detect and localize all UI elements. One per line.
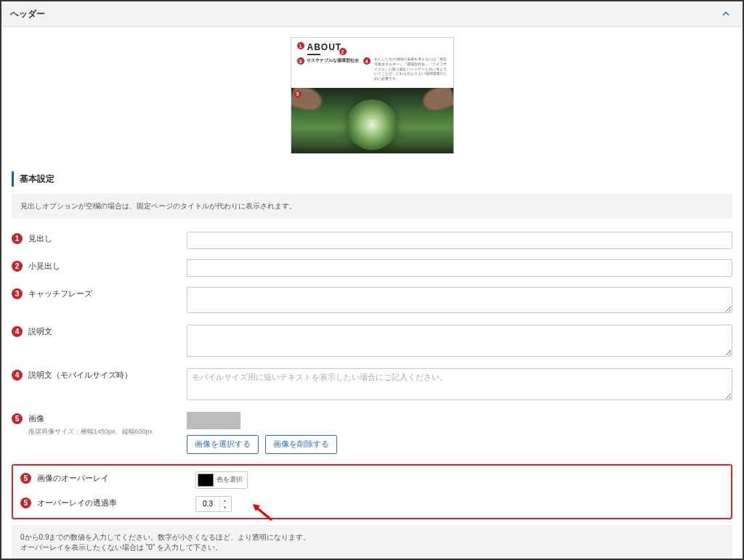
desc-mobile-label: 説明文（モバイルサイズ時） bbox=[28, 368, 181, 381]
overlay-opacity-stepper[interactable]: ▲ ▼ bbox=[195, 496, 232, 512]
help-line-2: オーバーレイを表示したくない場合は "0" を入力して下さい。 bbox=[20, 543, 724, 553]
image-thumbnail bbox=[187, 412, 240, 429]
marker-4-badge: 4 bbox=[12, 326, 23, 337]
stepper-down-icon[interactable]: ▼ bbox=[220, 504, 230, 511]
overlay-opacity-label: オーバーレイの透過率 bbox=[37, 496, 190, 508]
subheading-input[interactable] bbox=[187, 259, 732, 277]
header-preview: 1 ABOUT 2 3 サステナブルな循環型社会 4 わたしたちの地球の未来を考… bbox=[291, 37, 454, 154]
field-desc: 4 説明文 bbox=[12, 325, 732, 358]
image-label: 画像 bbox=[28, 412, 181, 424]
delete-image-button[interactable]: 画像を削除する bbox=[265, 435, 337, 454]
overlay-highlight-box: 5 画像のオーバーレイ 色を選択 5 オーバーレイの透過率 ▲ bbox=[12, 464, 732, 519]
image-hint: 推奨画像サイズ：横幅1450px、縦幅600px bbox=[28, 427, 181, 437]
preview-sub: サステナブルな循環型社会 bbox=[307, 57, 359, 64]
heading-label: 見出し bbox=[28, 232, 181, 244]
desc-mobile-textarea[interactable] bbox=[187, 368, 732, 400]
help-line-1: 0から0.9までの数値を入力してください。数字が小さくなるほど、より透明になりま… bbox=[20, 532, 724, 543]
field-image: 5 画像 推奨画像サイズ：横幅1450px、縦幅600px 画像を選択する 画像… bbox=[12, 412, 732, 454]
notice-box: 見出しオプションが空欄の場合は、固定ページのタイトルが代わりに表示されます。 bbox=[12, 194, 732, 219]
preview-about: ABOUT bbox=[307, 42, 342, 52]
desc-textarea[interactable] bbox=[187, 325, 732, 357]
heading-input[interactable] bbox=[187, 232, 732, 249]
preview-image: 5 bbox=[291, 88, 453, 153]
accordion-header[interactable]: ヘッダー bbox=[1, 1, 743, 27]
catch-label: キャッチフレーズ bbox=[28, 287, 181, 299]
overlay-opacity-input[interactable] bbox=[196, 500, 219, 508]
chevron-up-icon bbox=[722, 10, 729, 17]
preview-area: 1 ABOUT 2 3 サステナブルな循環型社会 4 わたしたちの地球の未来を考… bbox=[1, 27, 743, 169]
marker-2-badge: 2 bbox=[12, 261, 23, 272]
section-title: 基本設定 bbox=[12, 171, 732, 187]
stepper-up-icon[interactable]: ▲ bbox=[220, 497, 230, 505]
panel-title: ヘッダー bbox=[10, 8, 45, 20]
marker-1-badge: 1 bbox=[12, 233, 23, 244]
marker-4-badge-b: 4 bbox=[12, 370, 23, 381]
collapse-toggle[interactable] bbox=[718, 6, 734, 22]
field-desc-mobile: 4 説明文（モバイルサイズ時） bbox=[12, 368, 732, 402]
overlay-color-label: 画像のオーバーレイ bbox=[37, 471, 190, 484]
subheading-label: 小見出し bbox=[28, 259, 181, 272]
overlay-color-picker[interactable]: 色を選択 bbox=[195, 471, 248, 489]
marker-5-badge-b: 5 bbox=[20, 473, 31, 484]
marker-5-badge-c: 5 bbox=[20, 498, 31, 508]
marker-5-icon: 5 bbox=[294, 91, 302, 98]
marker-1-icon: 1 bbox=[297, 42, 304, 49]
desc-label: 説明文 bbox=[28, 325, 181, 337]
field-catch: 3 キャッチフレーズ bbox=[12, 287, 732, 315]
marker-3-icon: 3 bbox=[297, 57, 304, 65]
color-picker-label: 色を選択 bbox=[217, 475, 246, 484]
field-subheading: 2 小見出し bbox=[12, 259, 732, 277]
opacity-help-box: 0から0.9までの数値を入力してください。数字が小さくなるほど、より透明になりま… bbox=[12, 525, 732, 560]
select-image-button[interactable]: 画像を選択する bbox=[187, 435, 259, 454]
preview-underline bbox=[307, 54, 320, 55]
preview-desc: わたしたちの地球の未来を考えるには「再生可能エネルギー」「循環型社会」「ライフサ… bbox=[373, 57, 448, 82]
field-heading: 1 見出し bbox=[12, 232, 732, 249]
catch-textarea[interactable] bbox=[187, 287, 732, 313]
marker-2-icon: 2 bbox=[339, 48, 347, 55]
marker-5-badge: 5 bbox=[12, 413, 23, 424]
stepper-arrows[interactable]: ▲ ▼ bbox=[219, 497, 230, 511]
marker-4-icon: 4 bbox=[363, 57, 371, 65]
color-swatch bbox=[198, 474, 214, 487]
field-overlay-opacity: 5 オーバーレイの透過率 ▲ ▼ bbox=[20, 496, 724, 512]
marker-3-badge: 3 bbox=[12, 288, 23, 299]
field-overlay-color: 5 画像のオーバーレイ 色を選択 bbox=[20, 471, 724, 489]
